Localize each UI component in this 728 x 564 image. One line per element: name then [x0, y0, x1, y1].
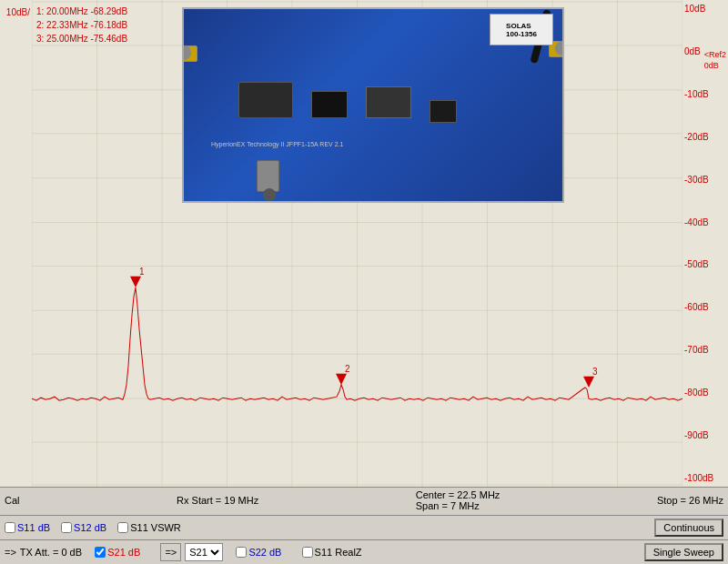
stop-freq: Stop = 26 MHz — [657, 495, 723, 506]
arrow-button[interactable]: => — [160, 543, 181, 561]
marker2-label: 2 — [345, 364, 350, 374]
marker1-triangle — [130, 277, 141, 287]
s11db-group: S11 dB — [5, 522, 50, 533]
marker-info-panel: 1: 20.00MHz -68.29dB 2: 22.33MHz -76.18d… — [36, 5, 127, 45]
s11vswr-group: S11 VSWR — [117, 522, 181, 533]
s12db-group: S12 dB — [61, 522, 106, 533]
y-axis-right: 10dB 0dB -10dB -20dB -30dB -40dB -50dB -… — [682, 0, 728, 487]
cal-label: Cal — [5, 495, 20, 506]
s12db-checkbox[interactable] — [61, 522, 72, 533]
marker1-label: 1 — [139, 267, 145, 277]
controls-bar: S11 dB S12 dB S11 VSWR Continuous — [0, 515, 728, 539]
y-label-m10db: -10dB — [684, 89, 726, 99]
s12db-label: S12 dB — [74, 522, 106, 533]
chart-area: 10dB/ — [0, 0, 728, 487]
rx-start: Rx Start = 19 MHz — [177, 495, 258, 506]
s21-select[interactable]: S21 S11 S12 S22 — [185, 543, 223, 561]
s11realz-checkbox[interactable] — [302, 547, 313, 558]
s11vswr-checkbox[interactable] — [117, 522, 128, 533]
status-bar: Cal Rx Start = 19 MHz Center = 22.5 MHz … — [0, 487, 728, 515]
s22db-label: S22 dB — [248, 547, 281, 558]
bottom-area: Cal Rx Start = 19 MHz Center = 22.5 MHz … — [0, 487, 728, 564]
y-label-m60db: -60dB — [684, 302, 726, 312]
y-label-m70db: -70dB — [684, 345, 726, 355]
center-freq: Center = 22.5 MHz Span = 7 MHz — [416, 489, 500, 511]
continuous-button[interactable]: Continuous — [654, 519, 723, 537]
y-label-m50db: -50dB — [684, 259, 726, 269]
single-sweep-button[interactable]: Single Sweep — [644, 543, 723, 561]
tx-att-label: TX Att. = 0 dB — [20, 547, 82, 558]
y-label-m90db: -90dB — [684, 430, 726, 440]
main-container: 10dB/ — [0, 0, 728, 564]
marker3-info: 3: 25.00MHz -75.46dB — [36, 32, 127, 45]
s21db-group: S21 dB — [95, 547, 140, 558]
s11realz-label: S11 RealZ — [315, 547, 362, 558]
s22db-group: S22 dB — [236, 547, 281, 558]
s11db-checkbox[interactable] — [5, 522, 15, 533]
y-label-m100db: -100dB — [684, 473, 726, 483]
s22db-checkbox[interactable] — [236, 547, 247, 558]
marker3-label: 3 — [592, 367, 598, 377]
marker2-triangle — [336, 374, 347, 385]
s11db-label: S11 dB — [17, 522, 50, 533]
y-label-10db: 10dB — [684, 4, 726, 14]
status-row: Cal Rx Start = 19 MHz Center = 22.5 MHz … — [5, 489, 723, 511]
s21db-label: S21 dB — [107, 547, 140, 558]
y-label-m30db: -30dB — [684, 175, 726, 185]
s21db-checkbox[interactable] — [95, 547, 106, 558]
marker2-info: 2: 22.33MHz -76.18dB — [36, 18, 127, 32]
y-label-m20db: -20dB — [684, 132, 726, 142]
s11vswr-label: S11 VSWR — [130, 522, 181, 533]
pcb-board-image: HyperionEX Technology II JFPF1-15A REV 2… — [182, 7, 564, 203]
tx-row: => TX Att. = 0 dB S21 dB => S21 S11 S12 … — [0, 539, 728, 564]
marker1-info: 1: 20.00MHz -68.29dB — [36, 5, 127, 18]
s11realz-group: S11 RealZ — [302, 547, 362, 558]
y-label-m40db: -40dB — [684, 217, 726, 227]
y-label-m80db: -80dB — [684, 388, 726, 398]
arrow-indicator: => — [5, 547, 16, 558]
marker3-triangle — [583, 377, 594, 388]
y-scale-label: 10dB/ — [0, 7, 32, 17]
ref2-annotation: <Ref20dB — [704, 50, 726, 71]
